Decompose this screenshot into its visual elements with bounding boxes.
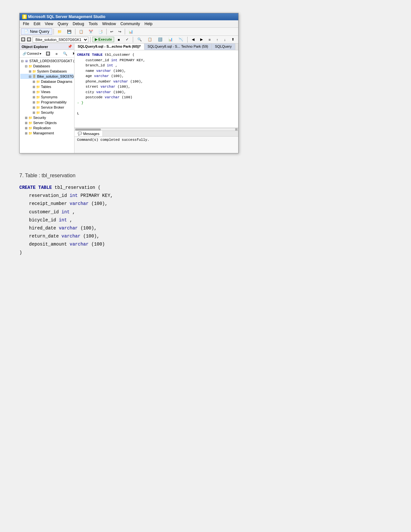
code-line-8: city varchar (100), xyxy=(77,90,236,95)
menu-help[interactable]: Help xyxy=(142,21,154,27)
toolbar1: 📄 New Query 📁 💾 📋 ✂️ 📑 ↩ ↪ 📊 xyxy=(20,28,238,36)
tree-item-replication[interactable]: ⊞ 📁 Replication xyxy=(20,125,73,131)
tree-item-management[interactable]: ⊞ 📁 Management xyxy=(20,131,73,136)
toolbar-paste-btn[interactable]: 📑 xyxy=(96,29,105,35)
expand-mgmt-icon: ⊞ xyxy=(24,131,28,135)
toolbar-redo-btn[interactable]: ↪ xyxy=(116,29,123,35)
object-explorer: Object Explorer 📌 🔗 Connect▾ 🔲 ≡ 🔍 ✖ xyxy=(20,44,74,153)
menu-file[interactable]: File xyxy=(21,21,31,27)
tab-sqlquery9[interactable]: SQLQuery9.sql - S...echno Park (60))* xyxy=(74,44,144,50)
tree-item-synonyms[interactable]: ⊞ 📁 Synonyms xyxy=(20,94,73,100)
server-icon: 🖥 xyxy=(24,59,29,63)
oe-search-btn[interactable]: 🔍 xyxy=(61,51,70,57)
title-bar: 🗄 Microsoft SQL Server Management Studio xyxy=(20,13,238,20)
toolbar2-icon1: 🔲 xyxy=(21,37,25,42)
code-line-12: L xyxy=(77,111,236,116)
code-line-9: postcode varchar (100) xyxy=(77,95,236,100)
outdent-btn[interactable]: ↓ xyxy=(222,37,228,43)
toolbar-save-btn[interactable]: 💾 xyxy=(65,29,74,35)
toolbar-copy-btn[interactable]: 📋 xyxy=(77,29,86,35)
menu-view[interactable]: View xyxy=(43,21,55,27)
tree-item-security-db[interactable]: ⊞ 📁 Security xyxy=(20,110,73,115)
menu-bar: File Edit View Query Debug Tools Window … xyxy=(20,20,238,28)
stop-btn[interactable]: ■ xyxy=(115,37,122,43)
messages-tab-label: Messages xyxy=(83,132,99,136)
tree-item-security-top[interactable]: ⊞ 📁 Security xyxy=(20,115,73,120)
tree-item-tables[interactable]: ⊞ 📁 Tables xyxy=(20,84,73,89)
chart-btn[interactable]: 📊 xyxy=(166,36,175,43)
expand-databases-icon: ⊟ xyxy=(24,64,28,68)
indent-btn[interactable]: ↑ xyxy=(214,37,220,43)
tabq-label: SQLQuery xyxy=(215,44,232,48)
menu-edit[interactable]: Edit xyxy=(32,21,42,27)
toolbar-extra-btn[interactable]: 📊 xyxy=(126,29,135,35)
tree-item-programmability[interactable]: ⊞ 📁 Programmability xyxy=(20,100,73,105)
sort-btn[interactable]: ⬆ xyxy=(229,36,237,43)
toolbar-undo-btn[interactable]: ↩ xyxy=(108,29,115,35)
results-pane: 💬 Messages Command(s) completed successf… xyxy=(74,131,238,153)
code7-line5: bicycle_id int , xyxy=(19,216,392,224)
menu-tools[interactable]: Tools xyxy=(87,21,100,27)
menu-debug[interactable]: Debug xyxy=(71,21,86,27)
toolbar-open-btn[interactable]: 📁 xyxy=(55,29,64,35)
code-line-1: CREATE TABLE tbl_customer ( xyxy=(77,52,236,58)
so-label: Server Objects xyxy=(33,121,57,125)
list-btn[interactable]: ≡ xyxy=(206,37,213,43)
execute-label: Execute xyxy=(98,37,112,41)
menu-window[interactable]: Window xyxy=(100,21,118,27)
menu-community[interactable]: Community xyxy=(119,21,142,27)
check-btn[interactable]: ✓ xyxy=(123,36,131,43)
tab-sqlquery8[interactable]: SQLQuery8.sql - S... Techno Park (59) xyxy=(144,44,212,50)
stats-btn[interactable]: 📉 xyxy=(176,36,185,43)
query-area: SQLQuery9.sql - S...echno Park (60))* SQ… xyxy=(74,44,238,153)
code-line-11 xyxy=(77,105,236,111)
tree-item-diagrams[interactable]: ⊞ 📁 Database Diagrams xyxy=(20,79,73,84)
expand-diagrams-icon: ⊞ xyxy=(32,80,36,83)
oe-pin-icon[interactable]: 📌 xyxy=(68,44,72,49)
tree-item-service-broker[interactable]: ⊞ 📁 Service Broker xyxy=(20,105,73,110)
database-selector[interactable]: Bike_solution_S9O37G6GK1 xyxy=(33,37,88,43)
search-btn[interactable]: 🔍 xyxy=(135,36,144,43)
oe-header: Object Explorer 📌 xyxy=(20,44,74,50)
tree-item-bike-db[interactable]: ⊟ 🗄 Bike_solution_S9O37G6GKT xyxy=(20,74,73,79)
tree-item-views[interactable]: ⊞ 📁 Views xyxy=(20,89,73,94)
copy-btn2[interactable]: 📋 xyxy=(145,36,154,43)
oe-connect-btn[interactable]: 🔗 Connect▾ xyxy=(21,51,43,56)
views-icon: 📁 xyxy=(36,90,40,94)
oe-refresh-btn[interactable]: 🔲 xyxy=(44,51,53,57)
expand-bikedb-icon: ⊟ xyxy=(28,75,32,78)
tab-sqlquery[interactable]: SQLQuery xyxy=(212,44,235,50)
rep-label: Replication xyxy=(33,126,51,130)
tree-item-server[interactable]: ⊟ 🖥 STAR_LORD\S9O37G6GKT (SQL Serv xyxy=(20,58,73,63)
num-btn[interactable]: 🔢 xyxy=(156,36,165,43)
expand-sec-top-icon: ⊞ xyxy=(24,116,28,120)
mgmt-icon: 📁 xyxy=(28,131,33,135)
next-btn[interactable]: ▶ xyxy=(198,36,205,43)
views-label: Views xyxy=(41,90,50,94)
oe-filter-btn[interactable]: ≡ xyxy=(53,51,60,57)
diagrams-label: Database Diagrams xyxy=(41,80,72,83)
messages-tab[interactable]: 💬 Messages xyxy=(74,131,103,136)
oe-close-btn[interactable]: ✖ xyxy=(70,51,74,57)
query-editor[interactable]: CREATE TABLE tbl_customer ( customer_id … xyxy=(74,50,238,128)
sysdb-icon: 📁 xyxy=(32,69,36,73)
execute-icon: ▶ xyxy=(95,37,97,41)
execute-button[interactable]: ▶ Execute xyxy=(93,37,114,42)
new-query-button[interactable]: 📄 New Query xyxy=(21,28,52,35)
tree-item-databases[interactable]: ⊟ 📁 Databases xyxy=(20,63,73,69)
code7-line9: ) xyxy=(19,249,392,257)
menu-query[interactable]: Query xyxy=(56,21,70,27)
tree-item-server-objects[interactable]: ⊞ 📁 Server Objects xyxy=(20,120,73,125)
section-7-code: CREATE TABLE tbl_reservation ( reservati… xyxy=(19,184,392,257)
tables-label: Tables xyxy=(41,85,51,89)
expand-tables-icon: ⊞ xyxy=(32,85,36,89)
horizontal-scrollbar[interactable]: ⊞ xyxy=(74,128,238,131)
toolbar-cut-btn[interactable]: ✂️ xyxy=(86,29,95,35)
code-line-5: age varchar (100), xyxy=(77,73,236,79)
prev-btn[interactable]: ◀ xyxy=(190,36,197,43)
code-line-7: street varchar (100), xyxy=(77,84,236,90)
ssms-window: 🗄 Microsoft SQL Server Management Studio… xyxy=(19,13,239,153)
scrollbar-thumb[interactable] xyxy=(75,129,101,131)
tree-item-system-db[interactable]: ⊞ 📁 System Databases xyxy=(20,69,73,74)
rep-icon: 📁 xyxy=(28,126,33,130)
